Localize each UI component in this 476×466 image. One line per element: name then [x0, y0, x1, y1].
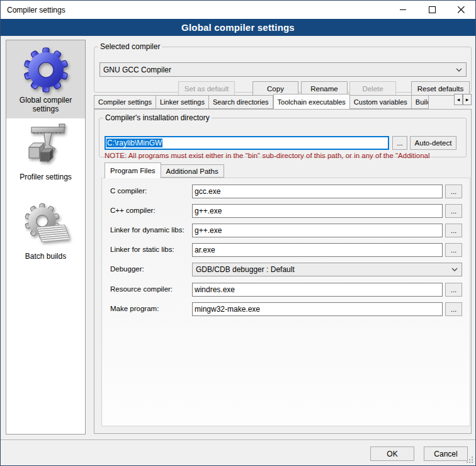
field-label: Make program:	[110, 305, 159, 312]
chevron-down-icon	[451, 268, 458, 271]
sidebar-item-label: Global compiler settings	[6, 94, 85, 118]
toolchain-subtab-bar: Program Files Additional Paths	[105, 162, 224, 178]
sidebar-item-global-compiler-settings[interactable]: Global compiler settings	[6, 40, 85, 118]
minimize-icon	[400, 6, 407, 13]
auto-detect-button[interactable]: Auto-detect	[410, 136, 456, 150]
dynamic-linker-input[interactable]	[192, 224, 443, 237]
field-row-debugger: Debugger: GDB/CDB debugger : Default	[102, 263, 470, 276]
resize-grip[interactable]	[467, 457, 473, 463]
field-row-c-compiler: C compiler: ...	[102, 185, 470, 198]
install-dir-note: NOTE: All programs must exist either in …	[105, 152, 465, 159]
compiler-settings-window: Compiler settings Global compiler settin…	[0, 0, 476, 466]
minimize-button[interactable]	[388, 1, 417, 19]
c-compiler-input[interactable]	[192, 185, 443, 198]
field-row-static-linker: Linker for static libs: ...	[102, 243, 470, 257]
subtab-additional-paths[interactable]: Additional Paths	[161, 164, 224, 178]
toolchain-executables-panel: Compiler's installation directory C:\ray…	[94, 109, 472, 434]
subtab-program-files[interactable]: Program Files	[105, 162, 161, 178]
chevron-down-icon	[456, 68, 462, 72]
field-label: Debugger:	[110, 265, 144, 273]
install-dir-input[interactable]: C:\raylib\MinGW	[105, 136, 389, 150]
close-icon	[458, 6, 465, 13]
browse-static-linker-button[interactable]: ...	[445, 243, 462, 257]
compiler-select[interactable]: GNU GCC Compiler	[99, 62, 467, 77]
field-row-make-program: Make program: ...	[102, 302, 470, 316]
sidebar-item-label: Profiler settings	[6, 171, 85, 186]
maximize-button[interactable]	[417, 1, 446, 19]
browse-cpp-compiler-button[interactable]: ...	[445, 204, 462, 218]
sidebar-item-label: Batch builds	[6, 251, 85, 266]
browse-install-dir-button[interactable]: ...	[392, 136, 407, 150]
tab-linker-settings[interactable]: Linker settings	[156, 95, 209, 109]
field-label: Linker for dynamic libs:	[110, 226, 184, 234]
dialog-content: Global compiler settings	[1, 36, 475, 440]
debugger-select-value: GDB/CDB debugger : Default	[196, 265, 295, 274]
program-files-panel: C compiler: ... C++ compiler: ... Linker…	[101, 178, 470, 426]
field-label: Linker for static libs:	[110, 246, 174, 253]
ok-button[interactable]: OK	[370, 446, 414, 461]
install-dir-row: C:\raylib\MinGW ... Auto-detect	[105, 136, 456, 150]
tab-scroll-left-button[interactable]: ◂	[454, 94, 463, 105]
tab-search-directories[interactable]: Search directories	[209, 95, 273, 109]
browse-make-program-button[interactable]: ...	[445, 302, 462, 316]
gray-gear-stack-icon	[23, 203, 69, 249]
compiler-select-value: GNU GCC Compiler	[103, 65, 171, 74]
field-row-cpp-compiler: C++ compiler: ...	[102, 204, 470, 218]
close-button[interactable]	[446, 1, 475, 19]
selected-compiler-group: Selected compiler GNU GCC Compiler Set a…	[94, 42, 472, 93]
tab-build-options-truncated[interactable]: Build	[412, 95, 429, 109]
install-dir-selected-text: C:\raylib\MinGW	[106, 139, 162, 147]
titlebar: Compiler settings	[1, 1, 475, 19]
scroll-left-icon: ◂	[457, 96, 460, 103]
tab-custom-variables[interactable]: Custom variables	[350, 95, 412, 109]
footer-divider	[1, 440, 476, 441]
tab-scroll-buttons: ◂ ▸	[454, 94, 472, 105]
browse-resource-compiler-button[interactable]: ...	[445, 283, 462, 297]
settings-category-sidebar: Global compiler settings	[6, 40, 86, 435]
browse-dynamic-linker-button[interactable]: ...	[445, 224, 462, 237]
field-label: Resource compiler:	[110, 285, 173, 293]
dialog-banner-title: Global compiler settings	[1, 19, 475, 36]
sidebar-item-profiler-settings[interactable]: Profiler settings	[6, 123, 85, 186]
window-controls	[388, 1, 475, 19]
field-label: C++ compiler:	[110, 207, 156, 214]
selected-compiler-legend: Selected compiler	[98, 42, 162, 51]
browse-c-compiler-button[interactable]: ...	[445, 185, 462, 198]
field-label: C compiler:	[110, 187, 147, 195]
tab-compiler-settings[interactable]: Compiler settings	[94, 95, 156, 109]
blue-gear-icon	[23, 47, 69, 93]
maximize-icon	[429, 6, 436, 13]
main-area: Selected compiler GNU GCC Compiler Set a…	[94, 36, 472, 440]
window-title: Compiler settings	[1, 6, 65, 14]
field-row-resource-compiler: Resource compiler: ...	[102, 283, 470, 297]
cpp-compiler-input[interactable]	[192, 204, 443, 218]
tab-toolchain-executables[interactable]: Toolchain executables	[273, 94, 350, 109]
sidebar-item-batch-builds[interactable]: Batch builds	[6, 203, 85, 266]
static-linker-input[interactable]	[192, 243, 443, 257]
scroll-right-icon: ▸	[466, 96, 469, 103]
caliper-icon	[23, 123, 69, 170]
install-dir-legend: Compiler's installation directory	[103, 113, 212, 122]
settings-tab-bar: Compiler settings Linker settings Search…	[94, 93, 472, 109]
resource-compiler-input[interactable]	[192, 283, 443, 297]
field-row-dynamic-linker: Linker for dynamic libs: ...	[102, 224, 470, 237]
make-program-input[interactable]	[192, 302, 443, 316]
tab-scroll-right-button[interactable]: ▸	[463, 94, 472, 105]
cancel-button[interactable]: Cancel	[424, 446, 468, 461]
install-dir-group: Compiler's installation directory C:\ray…	[99, 113, 467, 157]
debugger-select[interactable]: GDB/CDB debugger : Default	[192, 263, 462, 276]
